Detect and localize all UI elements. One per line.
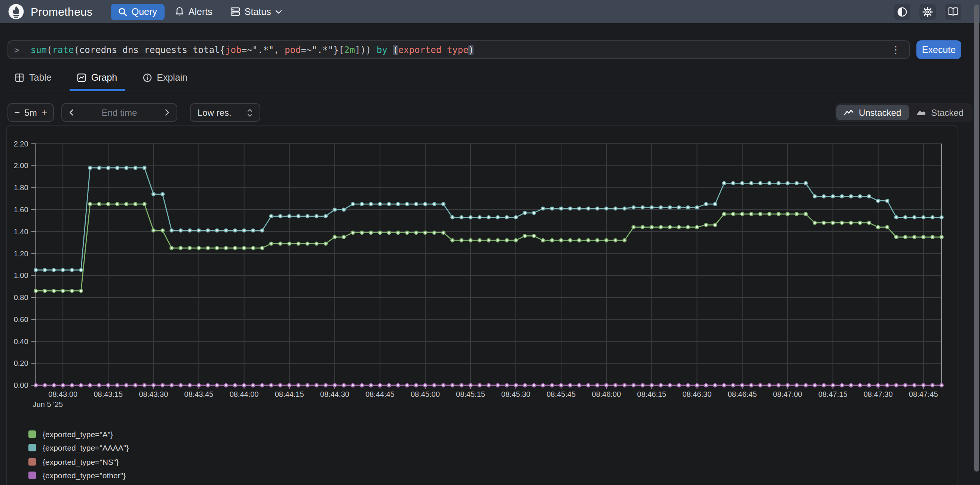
query-token: =~ — [241, 44, 252, 55]
data-point — [886, 384, 889, 387]
nav-status-button[interactable]: Status — [223, 3, 290, 20]
data-point — [61, 289, 64, 292]
chevron-right-icon[interactable] — [165, 109, 170, 116]
x-axis-date-label: Jun 5 '25 — [33, 400, 63, 408]
nav-alerts-label: Alerts — [189, 6, 212, 17]
data-point — [89, 166, 92, 169]
query-expression-input[interactable]: >_ sum(rate(coredns_dns_requests_total{j… — [8, 40, 910, 59]
legend-swatch — [29, 472, 36, 479]
tab-graph[interactable]: Graph — [70, 70, 125, 91]
nav-alerts-button[interactable]: Alerts — [167, 3, 220, 20]
data-point — [777, 212, 780, 216]
x-axis-label: 08:47:30 — [864, 390, 893, 398]
data-point — [741, 182, 744, 185]
y-axis-label: 0.40 — [14, 338, 29, 346]
data-point — [460, 239, 463, 242]
chevron-left-icon[interactable] — [69, 109, 74, 116]
tab-explain[interactable]: Explain — [135, 70, 195, 91]
data-point — [550, 207, 554, 210]
data-point — [161, 229, 164, 232]
data-point — [759, 384, 762, 387]
execute-button[interactable]: Execute — [916, 40, 961, 59]
data-point — [116, 166, 119, 169]
stacked-option[interactable]: Stacked — [908, 105, 971, 120]
data-point — [931, 384, 934, 387]
data-point — [315, 384, 318, 387]
query-options-kebab-icon[interactable]: ⋮ — [889, 43, 903, 56]
legend-item[interactable]: {exported_type="NS"} — [29, 457, 958, 466]
data-point — [43, 268, 46, 271]
resolution-select[interactable]: Low res. — [190, 103, 260, 122]
data-point — [215, 247, 218, 250]
docs-button[interactable] — [945, 3, 961, 20]
data-point — [252, 384, 255, 387]
data-point — [179, 229, 182, 232]
data-point — [668, 384, 671, 387]
data-point — [895, 235, 898, 238]
data-point — [804, 212, 807, 216]
data-point — [242, 247, 245, 250]
data-point — [324, 384, 327, 387]
data-point — [125, 384, 128, 387]
x-axis-label: 08:46:00 — [592, 390, 621, 398]
data-point — [632, 226, 635, 229]
data-point — [188, 384, 191, 387]
legend-item[interactable]: {exported_type="A"} — [29, 430, 958, 438]
x-axis-label: 08:44:45 — [366, 390, 395, 398]
query-token: sum — [31, 44, 47, 55]
theme-toggle-button[interactable] — [894, 3, 910, 20]
data-point — [70, 384, 73, 387]
data-point — [306, 214, 309, 217]
data-point — [342, 208, 345, 211]
data-point — [98, 203, 100, 206]
data-point — [940, 384, 943, 387]
data-point — [487, 239, 490, 242]
query-expression-text: sum(rate(coredns_dns_requests_total{job=… — [31, 44, 889, 55]
data-point — [234, 229, 236, 232]
data-point — [822, 195, 825, 198]
data-point — [79, 289, 82, 292]
data-point — [433, 203, 436, 206]
tab-table[interactable]: Table — [8, 70, 59, 91]
graph-canvas[interactable]: 0.000.200.400.600.801.001.201.401.601.80… — [7, 125, 959, 417]
prometheus-logo-icon[interactable] — [8, 4, 24, 19]
data-point — [804, 384, 807, 387]
data-point — [98, 166, 100, 169]
data-point — [659, 226, 662, 229]
data-point — [179, 384, 182, 387]
data-point — [840, 384, 843, 387]
decrease-range-button[interactable]: − — [14, 108, 20, 117]
data-point — [650, 206, 653, 209]
x-axis-label: 08:45:45 — [546, 390, 576, 398]
data-point — [532, 234, 535, 237]
legend-item[interactable]: {exported_type="other"} — [29, 471, 958, 479]
x-axis-label: 08:43:15 — [94, 390, 123, 398]
end-time-control[interactable]: End time — [61, 103, 177, 122]
data-point — [668, 226, 671, 229]
query-token: ] — [355, 44, 360, 55]
y-axis-label: 2.00 — [14, 162, 29, 170]
query-token: ( — [47, 44, 52, 55]
nav-status-label: Status — [245, 6, 271, 17]
data-point — [34, 384, 37, 387]
chevron-down-icon — [276, 10, 282, 14]
data-point — [940, 235, 943, 238]
nav-query-button[interactable]: Query — [111, 3, 165, 20]
data-point — [587, 384, 590, 387]
range-duration-value[interactable]: 5m — [24, 107, 37, 118]
data-point — [877, 226, 880, 229]
legend-item[interactable]: {exported_type="AAAA"} — [29, 444, 958, 452]
data-point — [170, 229, 173, 232]
data-point — [668, 206, 671, 209]
data-point — [749, 182, 752, 185]
page-scrollbar-thumb[interactable] — [974, 5, 979, 472]
unstacked-option[interactable]: Unstacked — [836, 105, 908, 120]
settings-button[interactable] — [920, 3, 936, 20]
graph-icon — [77, 73, 86, 82]
x-axis-label: 08:45:15 — [456, 390, 485, 398]
data-point — [831, 195, 834, 198]
data-point — [641, 384, 644, 387]
data-point — [650, 226, 653, 229]
increase-range-button[interactable]: + — [41, 108, 47, 117]
stacking-toggle: Unstacked Stacked — [835, 103, 972, 122]
